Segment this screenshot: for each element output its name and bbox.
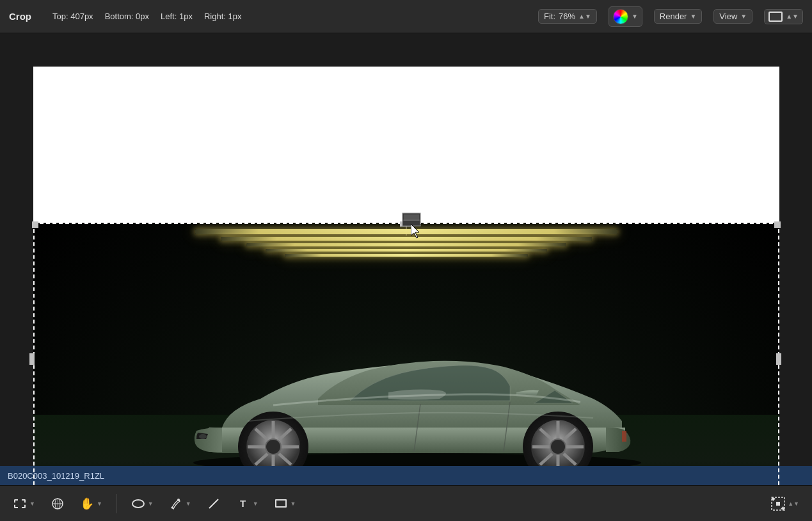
rect-chevron: ▼ [291, 501, 296, 507]
top-stat: Top: 407px [52, 12, 93, 21]
top-toolbar: Crop Top: 407px Bottom: 0px Left: 1px Ri… [0, 0, 812, 33]
view-label: View [719, 12, 737, 21]
view-control[interactable]: View ▼ [713, 9, 752, 24]
oval-chevron: ▼ [148, 501, 154, 507]
text-icon: T [236, 497, 250, 511]
view-box-icon [768, 12, 783, 22]
tool-name: Crop [9, 11, 41, 22]
text-chevron: ▼ [253, 501, 259, 507]
color-swatch-control[interactable]: ▼ [609, 6, 642, 27]
selection-chevron: ▼ [29, 501, 35, 507]
view-chevron: ▼ [740, 13, 747, 20]
resize-tool[interactable]: ▲▼ [767, 494, 803, 513]
car-scene [33, 223, 779, 485]
svg-point-39 [171, 506, 173, 508]
pan-tool[interactable]: ✋ ▼ [76, 494, 106, 513]
oval-icon [131, 497, 145, 511]
light-bar-1 [195, 229, 617, 234]
pen-chevron: ▼ [186, 501, 191, 507]
separator-1 [116, 494, 117, 513]
edge-handle-right[interactable] [776, 353, 781, 365]
light-bar-5 [285, 254, 528, 257]
bottom-toolbar: ▼ ✋ ▼ ▼ [0, 485, 812, 521]
svg-point-38 [177, 499, 180, 501]
render-chevron: ▼ [690, 13, 696, 20]
pen-tool[interactable]: ▼ [165, 494, 195, 513]
svg-rect-42 [776, 502, 780, 506]
corner-handle-tl[interactable] [32, 221, 38, 228]
white-crop-region [33, 67, 779, 223]
fit-control[interactable]: Fit: 76% ▲▼ [538, 9, 597, 24]
oval-tool[interactable]: ▼ [127, 494, 157, 513]
render-label: Render [660, 12, 687, 21]
view-box-control[interactable]: ▲▼ [764, 9, 803, 24]
selection-icon [13, 497, 27, 511]
corner-handle-tr[interactable] [774, 221, 781, 228]
edge-handle-top[interactable] [400, 221, 411, 227]
ceiling-lights [182, 229, 630, 257]
hand-icon: ✋ [80, 497, 94, 511]
text-tool[interactable]: T ▼ [232, 494, 262, 513]
line-icon [207, 497, 221, 511]
color-swatch [613, 9, 628, 24]
image-frame[interactable] [33, 223, 779, 485]
light-bar-2 [221, 237, 592, 241]
svg-line-40 [209, 499, 218, 508]
transform-tool[interactable] [47, 494, 68, 513]
clip-info-bar: B020C003_101219_R1ZL [0, 466, 812, 485]
clip-name: B020C003_101219_R1ZL [8, 471, 104, 481]
selection-tool[interactable]: ▼ [9, 494, 39, 513]
resize-icon [771, 497, 785, 511]
svg-point-5 [199, 434, 207, 439]
right-stat: Right: 1px [204, 12, 242, 21]
transform-icon [51, 497, 65, 511]
canvas-area: B020C003_101219_R1ZL [0, 33, 812, 485]
color-chevron: ▼ [632, 13, 638, 20]
light-bar-4 [266, 249, 547, 252]
left-stat: Left: 1px [161, 12, 193, 21]
bottom-stat: Bottom: 0px [105, 12, 149, 21]
rect-icon [274, 497, 288, 511]
fit-chevron: ▲▼ [578, 13, 591, 20]
svg-point-17 [550, 439, 566, 454]
rect-tool[interactable]: ▼ [270, 494, 300, 513]
fit-value: 76% [559, 12, 575, 21]
svg-point-29 [266, 439, 281, 454]
render-control[interactable]: Render ▼ [654, 9, 703, 24]
edge-handle-left[interactable] [29, 353, 35, 365]
fit-label: Fit: [544, 12, 555, 21]
view-box-chevron: ▲▼ [786, 13, 799, 20]
line-tool[interactable] [203, 494, 225, 513]
resize-chevron: ▲▼ [788, 501, 799, 507]
car-svg [145, 280, 689, 472]
light-bar-3 [246, 243, 566, 246]
pen-icon [169, 497, 183, 511]
pan-chevron: ▼ [97, 501, 102, 507]
